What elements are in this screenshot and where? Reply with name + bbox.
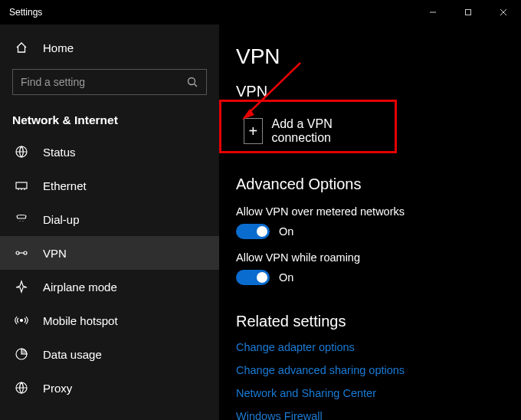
sidebar-item-label: Data usage bbox=[43, 348, 102, 361]
sidebar-item-proxy[interactable]: Proxy bbox=[0, 371, 219, 405]
status-icon bbox=[14, 144, 29, 159]
sidebar-item-hotspot[interactable]: Mobile hotspot bbox=[0, 304, 219, 337]
link-network-center[interactable]: Network and Sharing Center bbox=[236, 387, 521, 399]
titlebar: Settings bbox=[0, 0, 521, 25]
window-title: Settings bbox=[9, 7, 42, 18]
home-icon bbox=[14, 40, 29, 55]
link-sharing-options[interactable]: Change advanced sharing options bbox=[236, 364, 521, 376]
sidebar-item-label: Status bbox=[43, 146, 76, 159]
category-title: Network & Internet bbox=[0, 103, 219, 135]
add-vpn-label: Add a VPN connection bbox=[272, 117, 359, 145]
roaming-toggle[interactable] bbox=[236, 270, 270, 285]
page-title: VPN bbox=[236, 44, 521, 69]
main-panel: VPN VPN + Add a VPN connection Advanced … bbox=[219, 25, 521, 420]
related-settings-title: Related settings bbox=[236, 313, 521, 330]
svg-line-5 bbox=[195, 84, 198, 87]
add-vpn-button[interactable]: + Add a VPN connection bbox=[236, 110, 405, 153]
plus-icon: + bbox=[244, 118, 263, 144]
svg-rect-7 bbox=[16, 182, 27, 189]
svg-point-14 bbox=[24, 251, 27, 254]
home-label: Home bbox=[43, 41, 74, 54]
metered-state: On bbox=[279, 225, 293, 238]
sidebar: Home Network & Internet Status bbox=[0, 25, 219, 420]
roaming-state: On bbox=[279, 271, 293, 284]
svg-rect-1 bbox=[466, 10, 471, 15]
sidebar-item-datausage[interactable]: Data usage bbox=[0, 337, 219, 371]
minimize-button[interactable] bbox=[415, 0, 451, 25]
search-icon bbox=[179, 70, 206, 94]
svg-point-16 bbox=[21, 320, 23, 322]
home-button[interactable]: Home bbox=[0, 31, 219, 64]
sidebar-item-vpn[interactable]: VPN bbox=[0, 236, 219, 270]
advanced-options-title: Advanced Options bbox=[236, 176, 521, 193]
link-windows-firewall[interactable]: Windows Firewall bbox=[236, 410, 521, 420]
svg-point-13 bbox=[16, 251, 19, 254]
sidebar-item-dialup[interactable]: Dial-up bbox=[0, 202, 219, 236]
svg-point-4 bbox=[188, 78, 195, 85]
link-adapter-options[interactable]: Change adapter options bbox=[236, 341, 521, 353]
search-input-wrap[interactable] bbox=[12, 69, 207, 95]
sidebar-item-label: Dial-up bbox=[43, 213, 80, 226]
vpn-section-title: VPN bbox=[236, 83, 521, 100]
search-input[interactable] bbox=[13, 76, 179, 88]
sidebar-item-label: Airplane mode bbox=[43, 281, 117, 294]
vpn-icon bbox=[14, 245, 29, 261]
close-button[interactable] bbox=[486, 0, 521, 25]
sidebar-item-label: Mobile hotspot bbox=[43, 314, 118, 327]
airplane-icon bbox=[14, 279, 29, 294]
sidebar-item-ethernet[interactable]: Ethernet bbox=[0, 169, 219, 202]
roaming-label: Allow VPN while roaming bbox=[236, 251, 521, 264]
metered-toggle[interactable] bbox=[236, 224, 270, 239]
sidebar-item-status[interactable]: Status bbox=[0, 135, 219, 169]
sidebar-item-label: Ethernet bbox=[43, 179, 87, 192]
sidebar-item-airplane[interactable]: Airplane mode bbox=[0, 270, 219, 304]
maximize-button[interactable] bbox=[451, 0, 486, 25]
metered-label: Allow VPN over metered networks bbox=[236, 205, 521, 218]
sidebar-item-label: VPN bbox=[43, 247, 67, 260]
data-usage-icon bbox=[14, 346, 29, 362]
sidebar-item-label: Proxy bbox=[43, 382, 72, 395]
ethernet-icon bbox=[14, 178, 29, 193]
hotspot-icon bbox=[14, 313, 29, 328]
dialup-icon bbox=[14, 212, 29, 227]
window-controls bbox=[415, 0, 521, 25]
proxy-icon bbox=[14, 380, 29, 395]
